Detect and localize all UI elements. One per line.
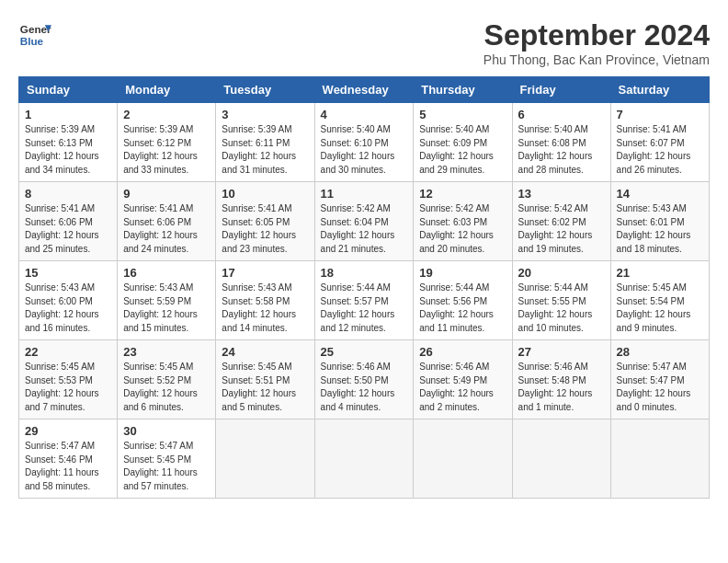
- day-info: Sunrise: 5:40 AM Sunset: 6:09 PM Dayligh…: [419, 123, 506, 177]
- table-cell: 17Sunrise: 5:43 AM Sunset: 5:58 PM Dayli…: [216, 261, 314, 340]
- day-info: Sunrise: 5:41 AM Sunset: 6:06 PM Dayligh…: [123, 202, 210, 256]
- day-number: 10: [222, 187, 308, 201]
- day-number: 22: [25, 345, 111, 359]
- svg-text:General: General: [20, 23, 51, 35]
- day-number: 17: [222, 266, 308, 280]
- day-info: Sunrise: 5:44 AM Sunset: 5:55 PM Dayligh…: [518, 282, 605, 335]
- day-number: 9: [123, 187, 210, 201]
- day-info: Sunrise: 5:43 AM Sunset: 5:58 PM Dayligh…: [222, 282, 308, 335]
- day-number: 25: [321, 345, 408, 359]
- day-info: Sunrise: 5:39 AM Sunset: 6:13 PM Dayligh…: [25, 123, 111, 177]
- day-number: 28: [617, 345, 703, 359]
- day-number: 23: [123, 345, 210, 359]
- table-cell: 14Sunrise: 5:43 AM Sunset: 6:01 PM Dayli…: [610, 182, 709, 261]
- day-number: 20: [518, 266, 605, 280]
- table-cell: 12Sunrise: 5:42 AM Sunset: 6:03 PM Dayli…: [414, 182, 512, 261]
- header: General Blue September 2024 Phu Thong, B…: [18, 18, 710, 67]
- calendar-header-row: Sunday Monday Tuesday Wednesday Thursday…: [19, 77, 710, 103]
- day-number: 2: [123, 108, 210, 121]
- table-cell: 20Sunrise: 5:44 AM Sunset: 5:55 PM Dayli…: [512, 261, 610, 340]
- day-info: Sunrise: 5:44 AM Sunset: 5:57 PM Dayligh…: [321, 282, 408, 335]
- day-info: Sunrise: 5:44 AM Sunset: 5:56 PM Dayligh…: [419, 282, 506, 335]
- location-subtitle: Phu Thong, Bac Kan Province, Vietnam: [483, 52, 710, 67]
- day-info: Sunrise: 5:40 AM Sunset: 6:08 PM Dayligh…: [518, 123, 605, 177]
- day-info: Sunrise: 5:43 AM Sunset: 6:01 PM Dayligh…: [617, 202, 703, 256]
- col-tuesday: Tuesday: [216, 77, 314, 103]
- day-number: 27: [518, 345, 605, 359]
- col-sunday: Sunday: [19, 77, 118, 103]
- table-cell: 2Sunrise: 5:39 AM Sunset: 6:12 PM Daylig…: [118, 103, 216, 182]
- table-cell: 3Sunrise: 5:39 AM Sunset: 6:11 PM Daylig…: [216, 103, 314, 182]
- table-cell: 25Sunrise: 5:46 AM Sunset: 5:50 PM Dayli…: [314, 340, 414, 419]
- day-number: 19: [419, 266, 506, 280]
- table-cell: 24Sunrise: 5:45 AM Sunset: 5:51 PM Dayli…: [216, 340, 314, 419]
- table-cell: [512, 419, 610, 499]
- table-cell: 13Sunrise: 5:42 AM Sunset: 6:02 PM Dayli…: [512, 182, 610, 261]
- table-cell: 28Sunrise: 5:47 AM Sunset: 5:47 PM Dayli…: [610, 340, 709, 419]
- col-monday: Monday: [118, 77, 216, 103]
- day-number: 21: [617, 266, 703, 280]
- day-info: Sunrise: 5:45 AM Sunset: 5:51 PM Dayligh…: [222, 361, 308, 414]
- day-info: Sunrise: 5:45 AM Sunset: 5:52 PM Dayligh…: [123, 361, 210, 414]
- table-cell: 19Sunrise: 5:44 AM Sunset: 5:56 PM Dayli…: [414, 261, 512, 340]
- table-cell: 7Sunrise: 5:41 AM Sunset: 6:07 PM Daylig…: [610, 103, 709, 182]
- day-number: 12: [419, 187, 506, 201]
- day-info: Sunrise: 5:47 AM Sunset: 5:47 PM Dayligh…: [617, 361, 703, 414]
- day-number: 18: [321, 266, 408, 280]
- day-info: Sunrise: 5:41 AM Sunset: 6:05 PM Dayligh…: [222, 202, 308, 256]
- table-cell: 8Sunrise: 5:41 AM Sunset: 6:06 PM Daylig…: [19, 182, 118, 261]
- calendar-row: 22Sunrise: 5:45 AM Sunset: 5:53 PM Dayli…: [19, 340, 710, 419]
- table-cell: 30Sunrise: 5:47 AM Sunset: 5:45 PM Dayli…: [118, 419, 216, 499]
- svg-text:Blue: Blue: [20, 35, 44, 47]
- col-wednesday: Wednesday: [314, 77, 414, 103]
- day-number: 16: [123, 266, 210, 280]
- table-cell: [216, 419, 314, 499]
- day-number: 30: [123, 424, 210, 438]
- table-cell: 16Sunrise: 5:43 AM Sunset: 5:59 PM Dayli…: [118, 261, 216, 340]
- table-cell: [314, 419, 414, 499]
- logo: General Blue: [18, 18, 51, 52]
- col-saturday: Saturday: [610, 77, 709, 103]
- table-cell: 26Sunrise: 5:46 AM Sunset: 5:49 PM Dayli…: [414, 340, 512, 419]
- day-info: Sunrise: 5:41 AM Sunset: 6:07 PM Dayligh…: [617, 123, 703, 177]
- day-info: Sunrise: 5:41 AM Sunset: 6:06 PM Dayligh…: [25, 202, 111, 256]
- table-cell: 11Sunrise: 5:42 AM Sunset: 6:04 PM Dayli…: [314, 182, 414, 261]
- col-thursday: Thursday: [414, 77, 512, 103]
- day-number: 24: [222, 345, 308, 359]
- table-cell: 10Sunrise: 5:41 AM Sunset: 6:05 PM Dayli…: [216, 182, 314, 261]
- day-info: Sunrise: 5:43 AM Sunset: 5:59 PM Dayligh…: [123, 282, 210, 335]
- table-cell: 15Sunrise: 5:43 AM Sunset: 6:00 PM Dayli…: [19, 261, 118, 340]
- day-number: 8: [25, 187, 111, 201]
- table-cell: 6Sunrise: 5:40 AM Sunset: 6:08 PM Daylig…: [512, 103, 610, 182]
- day-number: 6: [518, 108, 605, 121]
- table-cell: 27Sunrise: 5:46 AM Sunset: 5:48 PM Dayli…: [512, 340, 610, 419]
- day-info: Sunrise: 5:42 AM Sunset: 6:02 PM Dayligh…: [518, 202, 605, 256]
- day-info: Sunrise: 5:42 AM Sunset: 6:03 PM Dayligh…: [419, 202, 506, 256]
- day-info: Sunrise: 5:46 AM Sunset: 5:49 PM Dayligh…: [419, 361, 506, 414]
- day-info: Sunrise: 5:40 AM Sunset: 6:10 PM Dayligh…: [321, 123, 408, 177]
- calendar-row: 15Sunrise: 5:43 AM Sunset: 6:00 PM Dayli…: [19, 261, 710, 340]
- logo-icon: General Blue: [18, 18, 51, 52]
- day-info: Sunrise: 5:47 AM Sunset: 5:45 PM Dayligh…: [123, 440, 210, 493]
- day-number: 29: [25, 424, 111, 438]
- day-info: Sunrise: 5:47 AM Sunset: 5:46 PM Dayligh…: [25, 440, 111, 493]
- day-info: Sunrise: 5:43 AM Sunset: 6:00 PM Dayligh…: [25, 282, 111, 335]
- day-number: 3: [222, 108, 308, 121]
- day-info: Sunrise: 5:39 AM Sunset: 6:11 PM Dayligh…: [222, 123, 308, 177]
- day-number: 26: [419, 345, 506, 359]
- table-cell: 18Sunrise: 5:44 AM Sunset: 5:57 PM Dayli…: [314, 261, 414, 340]
- day-number: 1: [25, 108, 111, 121]
- day-info: Sunrise: 5:45 AM Sunset: 5:53 PM Dayligh…: [25, 361, 111, 414]
- calendar-row: 1Sunrise: 5:39 AM Sunset: 6:13 PM Daylig…: [19, 103, 710, 182]
- day-number: 7: [617, 108, 703, 121]
- table-cell: 23Sunrise: 5:45 AM Sunset: 5:52 PM Dayli…: [118, 340, 216, 419]
- col-friday: Friday: [512, 77, 610, 103]
- table-cell: [610, 419, 709, 499]
- table-cell: 22Sunrise: 5:45 AM Sunset: 5:53 PM Dayli…: [19, 340, 118, 419]
- title-area: September 2024 Phu Thong, Bac Kan Provin…: [483, 18, 710, 67]
- month-year-title: September 2024: [483, 18, 710, 52]
- table-cell: [414, 419, 512, 499]
- day-number: 14: [617, 187, 703, 201]
- day-number: 5: [419, 108, 506, 121]
- day-number: 15: [25, 266, 111, 280]
